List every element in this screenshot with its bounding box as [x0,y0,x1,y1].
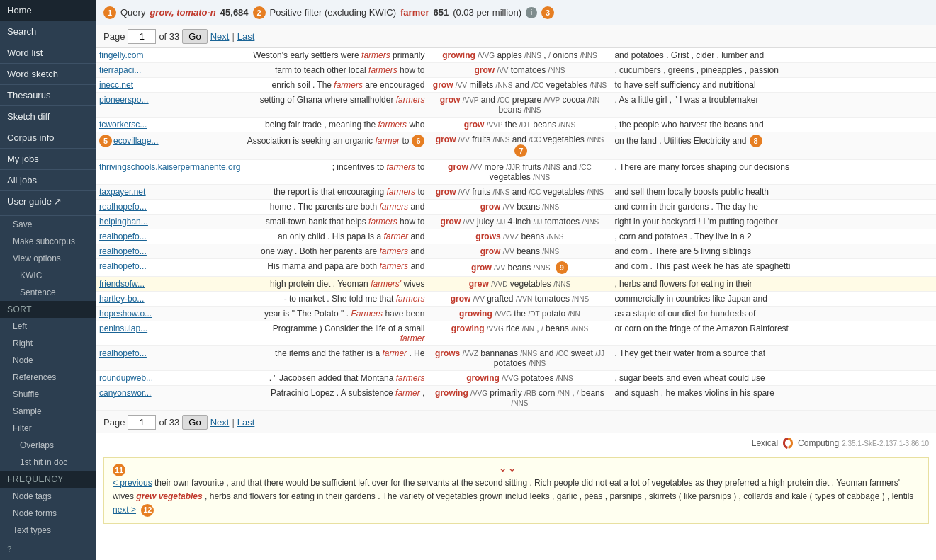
source-cell[interactable]: realhopefo... [96,346,243,371]
center-context: growing /VVG rice /NN , / beans /NNS [427,321,611,346]
source-cell[interactable]: peninsulap... [96,321,243,346]
source-cell[interactable]: pioneerspo... [96,93,243,118]
last-link-bottom[interactable]: Last [237,417,255,428]
table-row: thrivingschools.kaiserpermanente.org; in… [96,160,936,185]
sidebar-overlaps[interactable]: Overlaps [0,437,96,454]
context-panel: ⌄⌄ 11 < previous their own favourite , a… [103,457,929,524]
sidebar-item-myjobs[interactable]: My jobs [0,149,96,170]
sidebar-item-alljobs[interactable]: All jobs [0,170,96,191]
sidebar-sort-left[interactable]: Left [0,318,96,335]
sidebar-kwic[interactable]: KWIC [0,267,96,284]
next-link-top[interactable]: Next [210,31,230,42]
source-cell[interactable]: roundupweb... [96,371,243,386]
right-context: and sell them locally boosts public heal… [611,185,936,200]
sidebar-sentence[interactable]: Sentence [0,284,96,301]
page-input-top[interactable] [128,29,156,44]
context-next-link[interactable]: next > [113,505,136,515]
sidebar-make-subcorpus[interactable]: Make subcorpus [0,233,96,250]
sidebar-sort-references[interactable]: References [0,369,96,386]
sidebar-firsthit[interactable]: 1st hit in doc [0,454,96,471]
source-cell[interactable]: tcworkersc... [96,118,243,132]
source-cell[interactable]: hopeshow.o... [96,307,243,321]
collapse-icon[interactable]: ⌄⌄ [498,461,517,474]
center-context: grow /VV beans /NNS [427,200,611,215]
right-context: , herbs and flowers for eating in their [611,277,936,292]
sidebar-item-home[interactable]: Home [0,0,96,21]
left-context: small-town bank that helps farmers how t… [243,215,427,229]
source-cell[interactable]: helpinghan... [96,215,243,229]
table-row: 5ecovillage...Association is seeking an … [96,132,936,160]
right-context: and corn in their gardens . The day he [611,200,936,215]
center-context: grow /VV beans /NNS 9 [427,259,611,277]
sidebar-item-wordsketch[interactable]: Word sketch [0,64,96,85]
go-button-top[interactable]: Go [182,29,207,44]
sidebar-view-options[interactable]: View options [0,250,96,267]
sidebar-node-forms[interactable]: Node forms [0,505,96,522]
left-context: farm to teach other local farmers how to [243,63,427,78]
sidebar-sample[interactable]: Sample [0,403,96,420]
sidebar-node-tags[interactable]: Node tags [0,488,96,505]
center-context: grow /VV fruits /NNS and /CC vegetables … [427,185,611,200]
sidebar-help[interactable]: ? [0,539,96,559]
table-row: helpinghan...small-town bank that helps … [96,215,936,229]
left-context: year is " The Potato " . Farmers have be… [243,307,427,321]
context-prev-link[interactable]: < previous [113,478,152,488]
sidebar-frequency-header: Frequency [0,471,96,488]
page-input-bottom[interactable] [128,415,156,430]
page-of-top: of 33 [159,31,179,42]
sidebar-sort-node[interactable]: Node [0,352,96,369]
source-cell[interactable]: inecc.net [96,78,243,93]
lexical-computing-logo: Lexical Computing 2.35.1-SkE-2.137.1-3.8… [752,436,929,450]
center-context: grow /VV beans /NNS [427,244,611,259]
page-label-top: Page [103,31,125,42]
source-cell[interactable]: taxpayer.net [96,185,243,200]
next-link-bottom[interactable]: Next [210,417,230,428]
go-button-bottom[interactable]: Go [182,415,207,430]
source-cell[interactable]: thrivingschools.kaiserpermanente.org [96,160,243,185]
right-context: . They get their water from a source tha… [611,346,936,371]
sidebar-item-thesaurus[interactable]: Thesaurus [0,85,96,106]
center-context: grows /VVZ beans /NNS [427,229,611,244]
source-cell[interactable]: friendsofw... [96,277,243,292]
right-context: on the land . Utilities Electricity and8 [611,132,936,160]
source-cell[interactable]: canyonswor... [96,386,243,411]
right-context: and potatoes . Grist , cider , lumber an… [611,48,936,63]
sidebar-shuffle[interactable]: Shuffle [0,386,96,403]
sidebar-item-corpusinfo[interactable]: Corpus info [0,127,96,149]
right-context: to have self sufficiency and nutritional [611,78,936,93]
sidebar-item-search[interactable]: Search [0,21,96,42]
badge-3: 3 [541,6,554,19]
filter-ppm: (0.03 per million) [453,7,521,18]
left-context: setting of Ghana where smallholder farme… [243,93,427,118]
last-link-top[interactable]: Last [237,31,255,42]
pagination-top: Page of 33 Go Next | Last [96,25,936,48]
query-label: Query [120,7,145,18]
table-row: taxpayer.netthe report is that encouragi… [96,185,936,200]
sidebar-text-types[interactable]: Text types [0,522,96,539]
sidebar-sort-right[interactable]: Right [0,335,96,352]
source-cell[interactable]: fingelly.com [96,48,243,63]
center-context: grow /VV more /JJR fruits /NNS and /CC v… [427,160,611,185]
left-context: . " Jacobsen added that Montana farmers [243,371,427,386]
sidebar-filter[interactable]: Filter [0,420,96,437]
center-context: grow /VVP the /DT beans /NNS [427,118,611,132]
source-cell[interactable]: hartley-bo... [96,292,243,307]
right-context: . As a little girl , " I was a troublema… [611,93,936,118]
sidebar-save[interactable]: Save [0,216,96,233]
left-context: ; incentives to farmers to [243,160,427,185]
source-cell[interactable]: realhopefo... [96,229,243,244]
source-cell[interactable]: tierrapaci... [96,63,243,78]
sidebar-item-sketchdiff[interactable]: Sketch diff [0,106,96,127]
context-text: < previous their own favourite , and tha… [113,476,920,518]
source-cell[interactable]: realhopefo... [96,200,243,215]
right-context: , the people who harvest the beans and [611,118,936,132]
source-cell[interactable]: 5ecovillage... [96,132,243,160]
source-cell[interactable]: realhopefo... [96,259,243,277]
center-context: grow /VVP and /CC prepare /VVP cocoa /NN… [427,93,611,118]
sidebar-item-wordlist[interactable]: Word list [0,42,96,64]
sidebar-item-userguide[interactable]: User guide ↗ [0,191,96,212]
left-context: Programme ) Consider the life of a small… [243,321,427,346]
source-cell[interactable]: realhopefo... [96,244,243,259]
info-icon[interactable]: i [526,7,537,18]
filter-count: 651 [434,7,449,18]
